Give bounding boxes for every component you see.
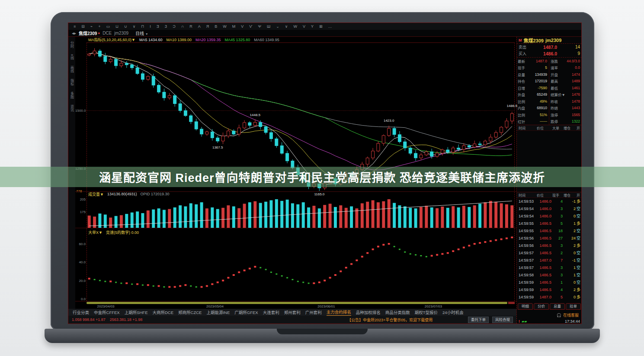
panel-tab[interactable]: 分价 (534, 303, 549, 310)
bid-row[interactable]: 买入 1486.0 9 (517, 50, 581, 57)
tick-cell: 1486.5 (537, 280, 551, 285)
tick-row[interactable]: 14:59:551486.5182空 (517, 227, 581, 234)
toolbar-icon[interactable]: Y (311, 24, 314, 29)
market-tab[interactable]: 上期能源INE (206, 309, 230, 315)
volume-header-item: 134136.80(4931) (107, 192, 137, 196)
panel-tab[interactable]: 挂单 (566, 303, 581, 310)
sidebar-tab[interactable]: 资讯 (70, 105, 74, 112)
tick-row[interactable]: 14:59:541486.030空 (517, 212, 581, 220)
tick-row[interactable]: 14:59:581486.531空 (517, 271, 581, 278)
tick-cell: 多 (577, 220, 581, 226)
quote-cell-label: 总量 (518, 72, 525, 77)
tick-row[interactable]: 14:59:541486.032空 (517, 205, 581, 212)
market-tab[interactable]: 郑商所CZCE (178, 309, 202, 315)
toolbar-icon[interactable]: M (232, 24, 236, 29)
market-tab[interactable]: 大商所DCE (153, 309, 174, 315)
nav-arrows-icon[interactable]: ◂▸ (72, 31, 76, 36)
period-selector[interactable]: 日线 ▼ (135, 30, 148, 36)
chart-h-scrollbar[interactable] (87, 302, 507, 304)
tick-cell: 2 (564, 207, 576, 211)
toolbar-icon[interactable]: ∪ (124, 24, 127, 29)
tick-row[interactable]: 14:59:591486.542多 (517, 286, 581, 293)
toolbar-icon[interactable]: W (293, 24, 297, 29)
tick-cell: 14:59:57 (519, 265, 536, 270)
tick-row[interactable]: 14:59:561486.532多 (517, 242, 581, 249)
toolbar-icon[interactable]: Ш (267, 24, 270, 29)
toolbar-icon[interactable]: Ǝ (157, 24, 159, 29)
online-service[interactable]: 🎧 在线客服 (557, 312, 579, 318)
market-tab[interactable]: 广州套利 (305, 309, 322, 315)
toolbar-icon[interactable]: ⊓ (141, 24, 144, 29)
tick-cell: 14:59:53 (519, 199, 536, 204)
price-annotation: 1423.0 (381, 119, 396, 123)
toolbar-icon[interactable]: ≡ (74, 24, 76, 29)
announcement-ticker: 【公告】中金所2023+平仓警示05，欢迎下载使用 (347, 317, 433, 323)
quote-cell: 比例51% (518, 111, 547, 118)
toolbar-icon[interactable]: ⊞ (319, 24, 323, 29)
toolbar-icon[interactable]: З (165, 24, 167, 29)
order-button[interactable]: 委托下单 (468, 317, 489, 323)
market-tab[interactable]: 上期所SHFE (125, 309, 148, 315)
list-header-col: 时间 (519, 126, 525, 130)
tick-row[interactable]: 14:59:551486.551多 (517, 220, 581, 227)
ma-value: MA45 1325.80 (225, 38, 250, 42)
sidebar-tab[interactable]: K线 (70, 54, 74, 60)
tick-cell: 14:59:56 (519, 243, 536, 248)
toolbar-icon[interactable]: Ѵ (249, 24, 252, 29)
quote-cell: 总量134939 (518, 71, 547, 78)
toolbar-icon[interactable]: I (150, 24, 151, 29)
sidebar-tab[interactable]: 多图 (70, 92, 74, 99)
quote-detail-grid: 最新1487.0涨跌44.0/3.0现手5速率0.0总量134939开盘1474… (517, 57, 581, 125)
market-tab[interactable]: 郑州套利 (284, 309, 301, 315)
toolbar-icon[interactable]: ∨ (285, 24, 288, 29)
contract-name: 焦煤2309 (79, 30, 97, 36)
toolbar-icon[interactable]: B (215, 24, 217, 29)
market-tab[interactable]: 24小时机会 (442, 309, 464, 315)
toolbar-icon[interactable]: ⊔ (115, 24, 119, 29)
toolbar-icon[interactable]: ⌄ (276, 24, 279, 29)
sidebar-tab[interactable]: 指标 (70, 79, 74, 86)
toolbar-icon[interactable]: ∩ (181, 24, 184, 29)
toolbar-icon[interactable]: ⌁ (90, 24, 93, 29)
quote-cell-label: 最高 (551, 78, 558, 84)
toolbar-icon[interactable]: ⊟ (81, 24, 85, 29)
toolbar-icon[interactable]: R (189, 24, 192, 29)
panel-tab[interactable]: 总量 (550, 303, 565, 310)
tick-row[interactable]: 14:59:561486.52724空 (517, 234, 581, 242)
market-tab[interactable]: 商品分类指数 (385, 309, 410, 315)
toolbar-icon[interactable]: ▭ (106, 24, 110, 29)
quote-cell-label: 持仓 (518, 78, 525, 84)
tick-row[interactable]: 14:59:571486.531空 (517, 264, 581, 271)
tick-row[interactable]: 14:59:591486.510空 (517, 278, 581, 286)
market-tab[interactable]: 大连套利 (263, 309, 279, 315)
market-tab[interactable]: 主力合约排名 (327, 309, 351, 316)
market-tab[interactable]: 品种加权排名 (356, 309, 381, 315)
toolbar-icon[interactable]: … (328, 24, 332, 29)
market-tab[interactable]: 行业分类 (73, 309, 89, 315)
list-header-col: 价位 (537, 126, 544, 130)
toolbar-icon[interactable]: Я (206, 24, 209, 29)
market-tab[interactable]: 期权T型报价 (415, 309, 438, 315)
toolbar-icon[interactable]: V (303, 24, 305, 29)
market-tab[interactable]: 中金所CFFEX (94, 309, 120, 315)
toolbar-icon[interactable]: Ψ (258, 24, 261, 29)
sidebar-tab[interactable]: 画线 (70, 66, 74, 73)
toolbar-icon[interactable]: Ɔ (173, 24, 176, 29)
toolbar-icon[interactable]: + (98, 24, 100, 29)
toolbar-icon[interactable]: V (241, 24, 244, 29)
market-tab[interactable]: 广期所GFEX (234, 309, 258, 315)
toolbar-icon[interactable]: ∨ (133, 24, 136, 29)
panel-tab[interactable]: 明细 (518, 303, 533, 310)
toolbar-icon[interactable]: W (223, 24, 227, 29)
toolbar-icon[interactable]: A (198, 24, 201, 29)
date-tick: 2023/05/04 (206, 304, 224, 308)
tick-row[interactable]: 14:59:571487.07-1空 (517, 256, 581, 264)
quote-cell-label: 现手 (518, 65, 525, 70)
tick-row[interactable]: 14:59:531486.04-1多 (517, 197, 581, 205)
quote-cell: 持仓172019 (518, 78, 547, 85)
compliance-button[interactable]: 风险合规 (492, 317, 513, 323)
tick-row[interactable]: 14:59:571486.520空 (517, 249, 581, 256)
tick-row[interactable]: 14:59:591487.050多 (517, 293, 581, 301)
ask-row[interactable]: 卖出 1487.0 14 (517, 44, 581, 50)
sidebar-tab[interactable]: 分时 (70, 41, 74, 48)
